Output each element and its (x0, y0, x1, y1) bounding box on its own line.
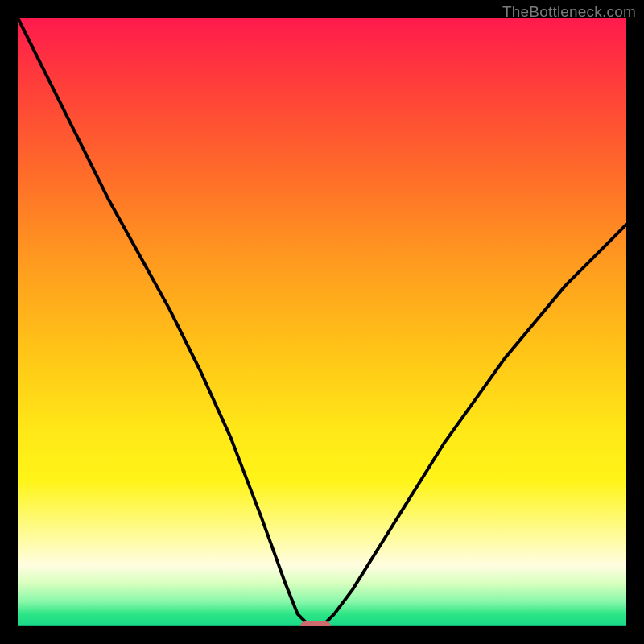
optimal-marker (300, 621, 331, 626)
bottleneck-curve (18, 18, 626, 626)
chart-frame: TheBottleneck.com (0, 0, 644, 644)
plot-area (18, 18, 626, 626)
